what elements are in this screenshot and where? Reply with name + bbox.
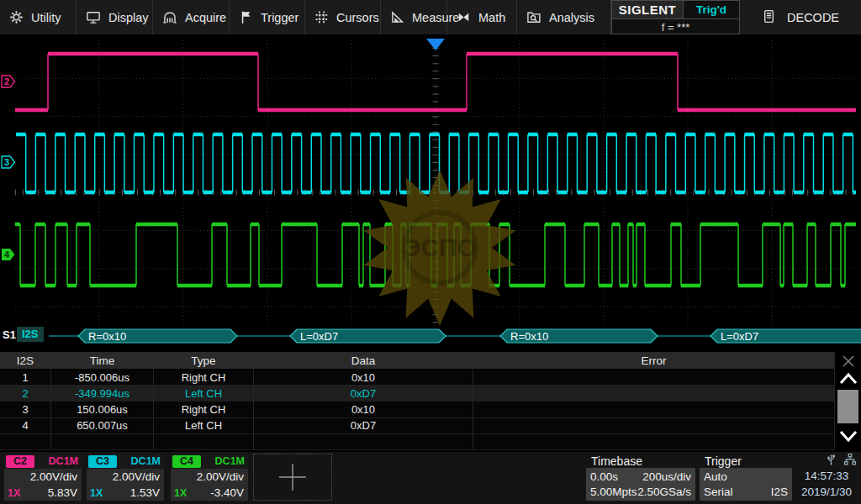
table-row[interactable]: 3150.006usRight CH0x10 — [0, 402, 835, 417]
channel-offset: -3.40V — [210, 486, 244, 499]
decode-bubble: R=0x10 — [78, 329, 237, 343]
channel-coupling: DC1M — [131, 455, 164, 467]
table-cell: 1 — [0, 370, 51, 386]
measure-icon — [390, 10, 404, 24]
table-cell: 2 — [0, 386, 51, 402]
table-cell: 650.007us — [51, 418, 154, 434]
trigger-mode: Auto — [704, 470, 727, 483]
table-cell: Right CH — [154, 402, 254, 417]
table-cell: -850.006us — [51, 370, 154, 386]
menu-item-label: Display — [108, 11, 149, 24]
table-cell: 0x10 — [254, 402, 473, 417]
channel-box-c2[interactable]: C2 DC1M 2.00V/div 1X 5.83V — [4, 454, 82, 501]
svg-text:3: 3 — [4, 157, 9, 167]
channel-scale: 2.00V/div — [197, 470, 244, 483]
plus-icon — [273, 458, 312, 496]
column-header: Type — [154, 352, 254, 370]
channel-box-c4[interactable]: C4 DC1M 2.00V/div 1X -3.40V — [171, 454, 248, 501]
table-cell — [473, 418, 835, 434]
menu-item-utility[interactable]: Utility — [0, 0, 77, 34]
table-header-row: I2STimeTypeDataError — [0, 352, 835, 370]
bus-protocol-label[interactable]: I2S — [17, 327, 44, 342]
decode-button[interactable]: DECODE — [742, 0, 861, 34]
channel-tag-2[interactable]: 2 — [2, 76, 15, 87]
table-cell: 4 — [0, 418, 51, 434]
logo-status-block: SIGLENT Trig'd f = *** — [611, 0, 740, 34]
timebase-scale: 200us/div — [642, 470, 691, 483]
channel-offset: 1.53V — [130, 486, 160, 499]
scroll-down-icon[interactable] — [838, 429, 858, 447]
decode-bubble: L=0xD7 — [710, 329, 861, 343]
menu-item-display[interactable]: Display — [77, 0, 153, 34]
menu-item-trigger[interactable]: Trigger — [230, 0, 305, 34]
decode-bubble: L=0xD7 — [290, 329, 446, 343]
table-cell — [473, 386, 835, 402]
table-row[interactable]: 1-850.006usRight CH0x10 — [0, 370, 835, 386]
datetime-box: 14:57:33 2019/1/30 — [794, 454, 859, 501]
bus-label-s1: S1 — [3, 328, 16, 341]
table-cell — [154, 434, 254, 450]
table-row[interactable] — [0, 434, 835, 450]
table-cell: 150.006us — [51, 402, 154, 417]
trigger-box[interactable]: Trigger Auto Serial I2S — [700, 454, 792, 501]
menu-item-label: Utility — [31, 11, 61, 24]
svg-text:ЭСПО: ЭСПО — [403, 234, 477, 261]
trigger-position-icon[interactable] — [426, 39, 445, 50]
table-cell — [254, 434, 473, 450]
add-channel-box[interactable] — [253, 454, 332, 501]
column-header: Data — [254, 352, 473, 370]
channel-scale: 2.00V/div — [113, 470, 160, 483]
menu-item-label: Trigger — [261, 11, 298, 24]
table-cell — [51, 434, 154, 450]
sample-rate: 2.50GSa/s — [637, 486, 691, 498]
channel-badge: C3 — [88, 455, 117, 468]
gear-icon — [9, 10, 24, 24]
frequency-counter: f = *** — [612, 19, 739, 34]
table-cell: 0xD7 — [254, 386, 473, 402]
decode-bubble: R=0x10 — [500, 329, 658, 343]
column-header: Time — [51, 352, 154, 370]
menu-item-measure[interactable]: Measure — [381, 0, 447, 34]
menu-item-analysis[interactable]: Analysis — [517, 0, 611, 34]
scroll-up-icon[interactable] — [838, 371, 858, 389]
table-cell: Left CH — [154, 386, 254, 402]
timebase-box[interactable]: Timebase 0.00s 200us/div 5.00Mpts 2.50GS… — [586, 454, 695, 501]
close-icon[interactable] — [838, 354, 858, 369]
channel-box-c3[interactable]: C3 DC1M 2.00V/div 1X 1.53V — [87, 454, 164, 501]
svg-text:L=0xD7: L=0xD7 — [721, 330, 758, 343]
menu-item-math[interactable]: Math — [447, 0, 517, 34]
menu-item-label: Analysis — [549, 11, 594, 24]
table-cell: -349.994us — [51, 386, 154, 402]
table-cell — [473, 370, 835, 386]
channel-tag-4[interactable]: 4 — [2, 249, 15, 260]
analysis-icon — [526, 10, 541, 24]
clock-date: 2019/1/30 — [794, 484, 859, 500]
scrollbar-thumb[interactable] — [837, 390, 858, 423]
table-scrollbar — [835, 352, 861, 450]
table-cell — [473, 402, 835, 417]
table-row[interactable]: 4650.007usLeft CH0xD7 — [0, 418, 835, 434]
trigger-bus: I2S — [771, 486, 788, 498]
cursors-icon — [314, 10, 329, 24]
menu-item-label: Math — [478, 11, 505, 24]
table-cell — [0, 434, 51, 450]
channel-scale: 2.00V/div — [30, 470, 77, 483]
svg-text:4: 4 — [4, 249, 10, 260]
table-row[interactable]: 2-349.994usLeft CH0xD7 — [0, 386, 835, 402]
memory-depth: 5.00Mpts — [590, 486, 637, 498]
menu-item-cursors[interactable]: Cursors — [305, 0, 381, 34]
channel-badge: C2 — [6, 455, 34, 468]
trigger-type: Serial — [704, 486, 733, 498]
trigger-flag-icon — [239, 10, 253, 24]
brand-logo: SIGLENT — [612, 1, 684, 18]
channel-probe: 1X — [174, 487, 187, 499]
menu-item-acquire[interactable]: Acquire — [153, 0, 230, 34]
svg-text:L=0xD7: L=0xD7 — [300, 330, 338, 343]
table-cell — [473, 434, 835, 450]
channel-offset: 5.83V — [48, 486, 77, 499]
trigger-title: Trigger — [700, 454, 792, 468]
document-icon — [762, 9, 776, 26]
lan-icon — [843, 453, 857, 470]
channel-coupling: DC1M — [49, 455, 82, 467]
channel-tag-3[interactable]: 3 — [2, 156, 15, 168]
